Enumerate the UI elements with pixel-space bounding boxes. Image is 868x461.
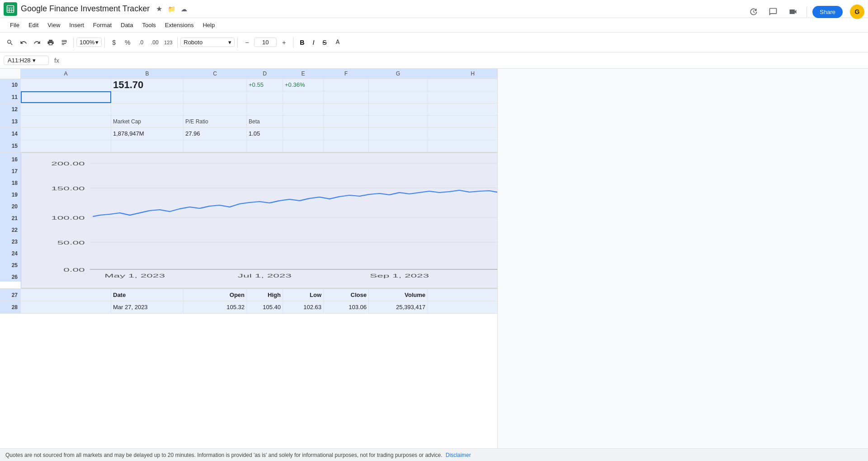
cell-e10[interactable]: +0.36% (283, 79, 324, 91)
redo-button[interactable] (31, 36, 43, 49)
paint-format-button[interactable] (58, 36, 71, 49)
cell-d13[interactable]: Beta (247, 116, 283, 127)
history-icon[interactable] (745, 4, 761, 20)
bold-button[interactable]: B (296, 38, 308, 47)
cell-a10[interactable] (21, 79, 111, 91)
cell-d11[interactable] (247, 91, 283, 103)
cell-b15[interactable] (111, 140, 184, 152)
col-header-f[interactable]: F (324, 69, 369, 79)
decimal-increase-button[interactable]: .00 (148, 36, 161, 49)
cell-a28[interactable] (21, 301, 111, 313)
cell-g13[interactable] (369, 116, 428, 127)
star-icon[interactable]: ★ (156, 5, 162, 13)
cell-b11[interactable] (111, 91, 184, 103)
undo-button[interactable] (17, 36, 30, 49)
cell-c14[interactable]: 27.96 (184, 128, 247, 140)
text-color-button[interactable] (331, 36, 344, 49)
italic-button[interactable]: I (309, 38, 318, 47)
cloud-icon[interactable]: ☁ (181, 5, 187, 13)
col-header-c[interactable]: C (184, 69, 247, 79)
menu-format[interactable]: Format (89, 20, 116, 30)
cell-g27[interactable]: Volume (369, 289, 428, 301)
cell-f14[interactable] (324, 128, 369, 140)
cell-b28[interactable]: Mar 27, 2023 (111, 301, 184, 313)
col-header-g[interactable]: G (369, 69, 428, 79)
cell-f27[interactable]: Close (324, 289, 369, 301)
col-header-e[interactable]: E (283, 69, 324, 79)
cell-g12[interactable] (369, 103, 428, 115)
cell-e13[interactable] (283, 116, 324, 127)
folder-icon[interactable]: 📁 (168, 5, 175, 13)
cell-b12[interactable] (111, 103, 184, 115)
font-size-increase[interactable]: + (278, 36, 290, 49)
cell-a11[interactable] (21, 91, 111, 103)
cell-d27[interactable]: High (247, 289, 283, 301)
cell-b14[interactable]: 1,878,947M (111, 128, 184, 140)
comment-icon[interactable] (765, 4, 781, 20)
font-size-decrease[interactable]: − (241, 36, 253, 49)
col-header-a[interactable]: A (21, 69, 111, 79)
cell-a27[interactable] (21, 289, 111, 301)
user-avatar[interactable]: G (850, 5, 864, 19)
cell-c10[interactable] (184, 79, 247, 91)
cell-a15[interactable] (21, 140, 111, 152)
cell-f15[interactable] (324, 140, 369, 152)
cell-e11[interactable] (283, 91, 324, 103)
cell-d10[interactable]: +0.55 (247, 79, 283, 91)
cell-b27[interactable]: Date (111, 289, 184, 301)
menu-tools[interactable]: Tools (137, 20, 160, 30)
share-button[interactable]: Share (812, 6, 843, 18)
menu-edit[interactable]: Edit (24, 20, 43, 30)
menu-view[interactable]: View (43, 20, 65, 30)
cell-e27[interactable]: Low (283, 289, 324, 301)
cell-g11[interactable] (369, 91, 428, 103)
strikethrough-button[interactable]: S (319, 38, 330, 47)
cell-g14[interactable] (369, 128, 428, 140)
cell-c13[interactable]: P/E Ratio (184, 116, 247, 127)
cell-c27[interactable]: Open (184, 289, 247, 301)
percent-button[interactable]: % (121, 36, 134, 49)
col-header-d[interactable]: D (247, 69, 283, 79)
menu-extensions[interactable]: Extensions (160, 20, 198, 30)
cell-e12[interactable] (283, 103, 324, 115)
cell-d12[interactable] (247, 103, 283, 115)
cell-e28[interactable]: 102.63 (283, 301, 324, 313)
font-size-box[interactable]: 10 (254, 38, 277, 47)
col-header-b[interactable]: B (111, 69, 184, 79)
cell-b10[interactable]: 151.70 (111, 79, 184, 91)
cell-b13[interactable]: Market Cap (111, 116, 184, 127)
menu-help[interactable]: Help (198, 20, 219, 30)
cell-f10[interactable] (324, 79, 369, 91)
currency-button[interactable]: $ (108, 36, 120, 49)
cell-d14[interactable]: 1.05 (247, 128, 283, 140)
cell-a13[interactable] (21, 116, 111, 127)
cell-c12[interactable] (184, 103, 247, 115)
menu-insert[interactable]: Insert (65, 20, 89, 30)
menu-data[interactable]: Data (116, 20, 137, 30)
cell-a14[interactable] (21, 128, 111, 140)
zoom-control[interactable]: 100% ▾ (76, 38, 102, 47)
cell-e15[interactable] (283, 140, 324, 152)
cell-a12[interactable] (21, 103, 111, 115)
cell-d15[interactable] (247, 140, 283, 152)
meet-icon[interactable] (785, 4, 801, 20)
cell-c11[interactable] (184, 91, 247, 103)
menu-file[interactable]: File (5, 20, 24, 30)
cell-f11[interactable] (324, 91, 369, 103)
cell-e14[interactable] (283, 128, 324, 140)
disclaimer-link[interactable]: Disclaimer (446, 452, 471, 458)
cell-g10[interactable] (369, 79, 428, 91)
cell-c28[interactable]: 105.32 (184, 301, 247, 313)
print-button[interactable] (44, 36, 57, 49)
cell-g15[interactable] (369, 140, 428, 152)
cell-c15[interactable] (184, 140, 247, 152)
decimal-decrease-button[interactable]: .0 (135, 36, 147, 49)
formula-input[interactable] (65, 57, 864, 64)
cell-f12[interactable] (324, 103, 369, 115)
cell-d28[interactable]: 105.40 (247, 301, 283, 313)
search-button[interactable] (4, 36, 16, 49)
font-selector[interactable]: Roboto ▾ (180, 38, 235, 47)
cell-g28[interactable]: 25,393,417 (369, 301, 428, 313)
cell-f13[interactable] (324, 116, 369, 127)
format-123-button[interactable]: 123 (162, 36, 175, 49)
